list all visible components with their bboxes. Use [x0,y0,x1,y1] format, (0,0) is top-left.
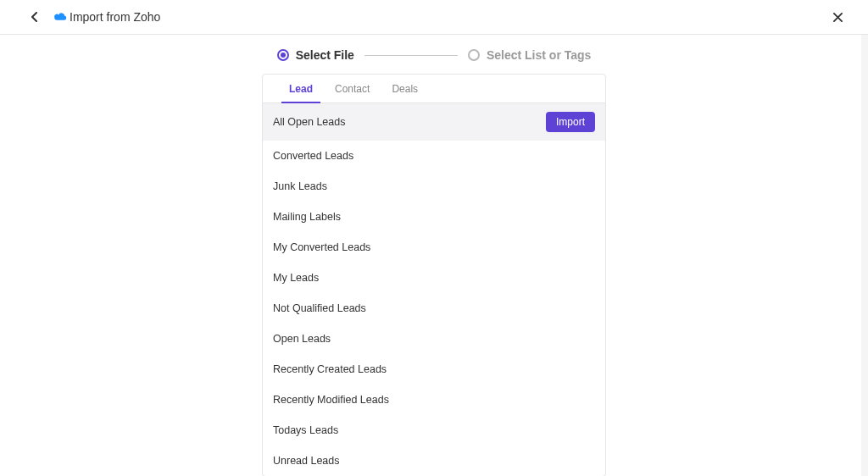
tab-label: Deals [392,83,418,95]
list-item-label: Mailing Labels [273,211,341,223]
lead-lists: All Open LeadsImportConverted LeadsJunk … [263,103,605,476]
chevron-left-icon [31,12,37,22]
list-item[interactable]: All Open LeadsImport [263,103,605,141]
list-item[interactable]: Recently Modified Leads [263,385,605,415]
list-item-label: Junk Leads [273,180,327,192]
file-selection-panel: Lead Contact Deals All Open LeadsImportC… [262,74,606,476]
list-item-label: Not Qualified Leads [273,302,366,314]
list-item-label: My Converted Leads [273,241,370,253]
step-select-list-or-tags[interactable]: Select List or Tags [468,48,591,62]
tab-bar: Lead Contact Deals [263,75,605,103]
list-item[interactable]: Not Qualified Leads [263,293,605,324]
stepper: Select File Select List or Tags [0,35,868,74]
tab-lead[interactable]: Lead [278,75,324,102]
scrollbar[interactable] [861,35,868,476]
step-select-file[interactable]: Select File [277,48,354,62]
list-item[interactable]: Open Leads [263,324,605,354]
tab-contact[interactable]: Contact [324,75,381,102]
step-label: Select List or Tags [487,48,591,62]
list-item[interactable]: Recently Created Leads [263,354,605,385]
tab-deals[interactable]: Deals [381,75,429,102]
modal-content: Select File Select List or Tags Lead Con… [0,35,868,476]
list-item-label: Unread Leads [273,455,340,467]
list-item-label: All Open Leads [273,116,345,128]
list-item-label: Converted Leads [273,150,353,162]
close-icon [833,13,843,22]
step-connector [364,55,458,56]
list-item[interactable]: Converted Leads [263,141,605,171]
import-button[interactable]: Import [546,112,595,132]
list-item-label: Recently Modified Leads [273,394,389,406]
modal-header: Import from Zoho [0,0,868,35]
list-item-label: Open Leads [273,333,331,345]
list-item[interactable]: Junk Leads [263,171,605,202]
tab-label: Lead [289,83,313,95]
tab-label: Contact [335,83,370,95]
back-button[interactable] [25,8,42,25]
list-item-label: Todays Leads [273,424,338,436]
list-item-label: Recently Created Leads [273,363,387,375]
list-item[interactable]: My Converted Leads [263,232,605,263]
step-label: Select File [296,48,354,62]
radio-active-icon [277,49,289,61]
modal-title: Import from Zoho [70,10,160,24]
close-button[interactable] [831,10,844,24]
list-item[interactable]: Mailing Labels [263,202,605,232]
list-item[interactable]: Unread Leads [263,446,605,476]
list-item[interactable]: Todays Leads [263,415,605,446]
radio-inactive-icon [468,49,480,61]
cloud-icon [53,11,68,23]
list-item-label: My Leads [273,272,319,284]
list-item[interactable]: My Leads [263,263,605,293]
